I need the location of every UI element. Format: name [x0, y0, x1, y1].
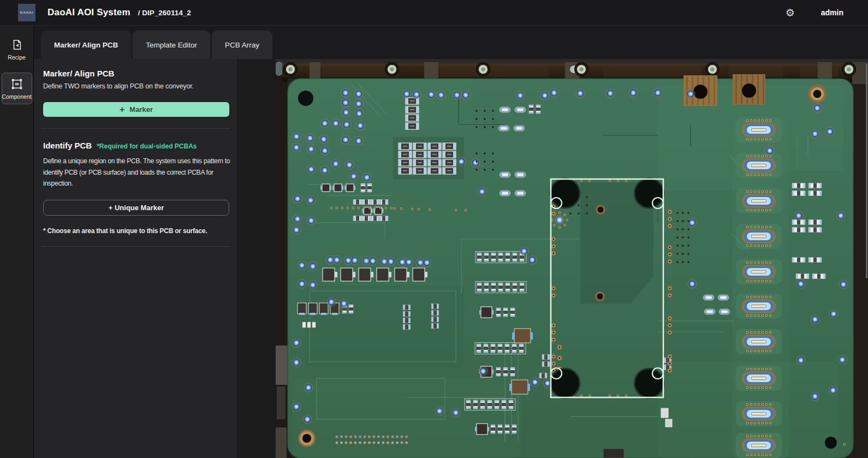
daoai-logo: DAOAI: [18, 4, 35, 21]
add-unique-marker-button[interactable]: + Unique Marker: [43, 200, 229, 216]
sidebar-item-recipe[interactable]: Recipe: [2, 33, 32, 65]
section-divider: [41, 128, 230, 129]
sidebar-item-component[interactable]: Component: [2, 73, 32, 104]
tab-bar: Marker/ Align PCB Template Editor PCB Ar…: [34, 26, 868, 59]
sidebar-item-label: Component: [2, 93, 31, 100]
add-marker-button-label: Marker: [129, 105, 153, 114]
pcb-photo-canvas: [276, 59, 868, 458]
pcb-photo[interactable]: [276, 59, 868, 458]
sidebar-item-label: Recipe: [8, 54, 26, 61]
required-note: *Required for dual-sided PCBAs: [97, 142, 197, 150]
breadcrumb: / DIP_260114_2: [138, 9, 191, 17]
app-title: DaoAI AOI System: [47, 7, 130, 18]
top-bar: DAOAI DaoAI AOI System / DIP_260114_2 ⚙ …: [0, 0, 868, 26]
viewer-scrollbar[interactable]: [866, 63, 867, 278]
plus-icon: +: [120, 105, 124, 114]
sidebar: Recipe Component: [0, 26, 34, 458]
component-select-icon: [11, 78, 23, 90]
recipe-document-icon: [11, 39, 23, 51]
add-marker-button[interactable]: + Marker: [43, 102, 229, 117]
unique-marker-footnote: * Choose an area that is unique to this …: [43, 227, 229, 235]
pcb-image-viewer[interactable]: [237, 59, 868, 458]
identify-section-description: Define a unique region on the PCB. The s…: [43, 156, 231, 189]
tab-template-editor[interactable]: Template Editor: [133, 31, 210, 59]
section-divider: [41, 246, 230, 247]
settings-gear-icon[interactable]: ⚙: [786, 8, 795, 18]
tab-marker-align-pcb[interactable]: Marker/ Align PCB: [41, 31, 131, 59]
tab-pcb-array[interactable]: PCB Array: [212, 31, 272, 59]
marker-section-title: Marker/ Align PCB: [43, 69, 229, 78]
identify-section-title: Identify PCB: [43, 141, 92, 150]
user-name[interactable]: admin: [821, 8, 843, 17]
app-window: DAOAI DaoAI AOI System / DIP_260114_2 ⚙ …: [0, 0, 868, 458]
marker-panel: Marker/ Align PCB Define TWO markers to …: [34, 59, 237, 458]
marker-section-description: Define TWO markers to align PCB on the c…: [43, 82, 229, 90]
